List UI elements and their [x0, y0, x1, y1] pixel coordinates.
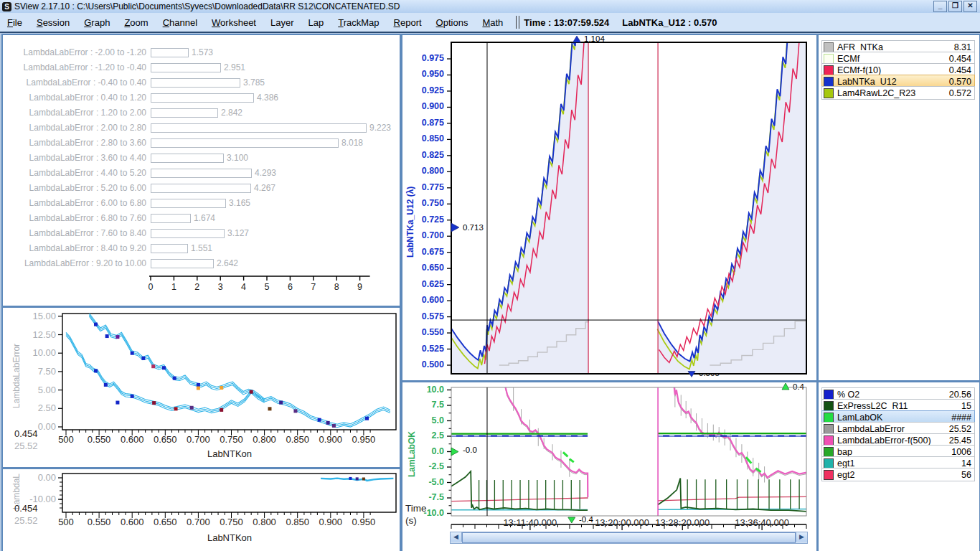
- channel-color-swatch: [824, 88, 834, 98]
- application-window: S SView 2.17.10 : C:\Users\Public\Docume…: [0, 0, 980, 551]
- hist-axis-tick-label: 8: [331, 282, 342, 292]
- channel-color-swatch: [824, 470, 834, 480]
- channel-color-swatch: [824, 54, 834, 64]
- time-plot-panel[interactable]: LamLabOK Time (s) 0.4 -0.4 -0.0 ◀ ▶ 10.0…: [401, 381, 818, 551]
- channel-name: Lam4RawL2C_R23: [837, 88, 949, 98]
- app-icon: S: [2, 2, 11, 11]
- channel-value: 8.31: [954, 42, 971, 52]
- scatter-panel[interactable]: LambdaLabError 0.454 25.52 LabNTKon 15.0…: [1, 306, 401, 468]
- lambda-y-tick-label: 0.625: [407, 279, 444, 289]
- menu-separator: [516, 16, 519, 29]
- hist-axis-tick-label: 2: [192, 282, 203, 292]
- lamlabok-y-tick-label: 2.5: [410, 430, 444, 441]
- mini-y-tick-label: -10.00: [13, 494, 56, 504]
- lambda-y-tick-label: 0.650: [407, 263, 444, 273]
- hist-axis-tick-label: 1: [168, 282, 179, 292]
- lambda-y-tick-label: 0.950: [407, 69, 444, 79]
- scatter-x-tick-label: 0.650: [149, 434, 181, 445]
- menu-item-worksheet[interactable]: Worksheet: [204, 15, 263, 30]
- window-titlebar: S SView 2.17.10 : C:\Users\Public\Docume…: [0, 0, 980, 14]
- hist-axis-tick-label: 3: [215, 282, 226, 292]
- lambda-y-tick-label: 0.750: [407, 198, 444, 208]
- channel-name: LabNTKa_U12: [837, 77, 949, 87]
- scatter-x-tick-label: 0.900: [315, 434, 347, 445]
- scatter-x-tick-label: 0.700: [182, 434, 214, 445]
- menu-item-options[interactable]: Options: [429, 15, 476, 30]
- time-x-tick-label: 13:11:40.000: [496, 517, 565, 528]
- mini-y-tick-label: 0.00: [13, 472, 56, 483]
- menu-bar: FileSessionGraphZoomChannelWorksheetLaye…: [0, 13, 980, 33]
- minimize-button[interactable]: _: [933, 1, 947, 12]
- channel-value: 25.45: [949, 435, 971, 446]
- menu-item-session[interactable]: Session: [29, 15, 77, 30]
- lambda-y-tick-label: 0.525: [407, 344, 444, 354]
- close-button[interactable]: ✕: [963, 1, 977, 12]
- mini-x-tick-label: 0.650: [149, 517, 181, 527]
- lamlabok-y-tick-label: -7.5: [410, 492, 444, 502]
- scatter-x-tick-label: 0.950: [348, 434, 380, 445]
- lambda-y-tick-label: 0.675: [407, 247, 444, 257]
- time-scrollbar[interactable]: ◀ ▶: [450, 532, 808, 544]
- channel-color-swatch: [824, 77, 834, 87]
- lambda-y-tick-label: 0.850: [407, 133, 444, 143]
- channel-color-swatch: [824, 413, 834, 423]
- lambda-plot-panel[interactable]: LabNTKa_U12 (λ) 1.104 0.505 0.713 0.9750…: [401, 34, 818, 382]
- channel-color-swatch: [824, 424, 834, 434]
- lambda-y-tick-label: 0.900: [407, 101, 444, 111]
- lambda-y-tick-label: 0.500: [407, 359, 444, 369]
- channel-value: 25.52: [949, 424, 971, 434]
- channel-row-lam4rawl2c-r23[interactable]: Lam4RawL2C_R230.572: [821, 86, 975, 100]
- channel-name: LambdaLabError: [837, 424, 949, 434]
- channel-name: % O2: [837, 390, 949, 400]
- menu-item-file[interactable]: File: [0, 15, 29, 30]
- menu-item-graph[interactable]: Graph: [77, 15, 117, 30]
- scatter-x-tick-label: 0.600: [116, 434, 148, 445]
- channel-name: ExPressL2C_R11: [837, 401, 961, 411]
- restore-button[interactable]: ❐: [948, 1, 962, 12]
- lamlabok-y-tick-label: 0.0: [410, 446, 444, 456]
- channel-color-swatch: [824, 435, 834, 446]
- hist-axis-tick-label: 0: [145, 282, 156, 292]
- scatter-x-tick-label: 500: [50, 434, 82, 445]
- time-x-tick-label: 13:36:40.000: [727, 517, 796, 528]
- mini-x-tick-label: 0.850: [282, 517, 314, 527]
- menu-item-layer[interactable]: Layer: [263, 15, 301, 30]
- channel-color-swatch: [824, 401, 834, 411]
- lambda-y-tick-label: 0.600: [407, 295, 444, 305]
- channel-name: LambdaLabError-f(500): [837, 435, 949, 446]
- menu-item-channel[interactable]: Channel: [156, 15, 204, 30]
- scrollbar-left-arrow-icon[interactable]: ◀: [451, 532, 462, 542]
- menu-item-math[interactable]: Math: [475, 15, 510, 30]
- lamlabok-y-tick-label: -10.0: [410, 508, 444, 518]
- hist-axis-tick-label: 4: [238, 282, 250, 292]
- channel-value: 56: [961, 470, 971, 480]
- channel-name: egt2: [837, 470, 961, 480]
- channel-name: AFR_NTKa: [837, 42, 954, 52]
- scatter-x-tick-label: 0.850: [282, 434, 314, 445]
- menu-item-trackmap[interactable]: TrackMap: [331, 15, 386, 30]
- lambda-y-tick-label: 0.975: [407, 53, 444, 63]
- mini-x-tick-label: 0.600: [116, 517, 148, 527]
- mini-scatter-panel[interactable]: LambdaL 0.454 25.52 LabNTKon 0.00-10.005…: [1, 468, 401, 551]
- channel-row-egt2[interactable]: egt256: [821, 468, 975, 481]
- menu-item-lap[interactable]: Lap: [301, 15, 331, 30]
- channel-value: 0.572: [949, 88, 971, 98]
- menu-item-report[interactable]: Report: [387, 15, 429, 30]
- histogram-panel[interactable]: LambdaLabError : -2.00 to -1.201.573Lamb…: [1, 34, 401, 307]
- scrollbar-right-arrow-icon[interactable]: ▶: [796, 532, 807, 542]
- mini-x-tick-label: 0.900: [315, 517, 347, 527]
- channel-value: 0.570: [949, 77, 971, 87]
- menu-item-zoom[interactable]: Zoom: [117, 15, 155, 30]
- channel-name: LamLabOK: [837, 413, 951, 423]
- lambda-y-tick-label: 0.550: [407, 327, 444, 337]
- scrollbar-thumb[interactable]: [462, 532, 796, 543]
- mini-x-tick-label: 500: [50, 517, 82, 527]
- lamlabok-y-tick-label: -5.0: [410, 477, 444, 487]
- scatter-y-tick-label: 2.50: [17, 402, 56, 413]
- scatter-y-tick-label: 15.00: [17, 311, 56, 321]
- lambda-y-tick-label: 0.875: [407, 118, 444, 128]
- lamlabok-y-tick-label: 5.0: [410, 415, 444, 425]
- channel-name: bap: [837, 447, 951, 457]
- channel-value: 14: [961, 458, 971, 468]
- channel-color-swatch: [824, 390, 834, 400]
